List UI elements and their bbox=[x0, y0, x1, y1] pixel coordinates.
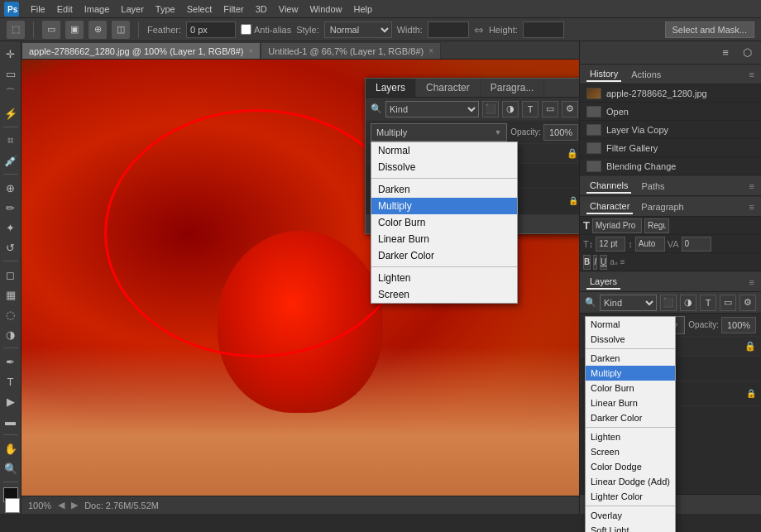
channels-tab[interactable]: Channels bbox=[586, 179, 631, 194]
eyedropper[interactable]: 💉 bbox=[2, 151, 20, 170]
filter-kind-select[interactable]: Kind Name Effect bbox=[385, 101, 479, 117]
width-input[interactable] bbox=[428, 22, 469, 38]
history-item-3[interactable]: Filter Gallery bbox=[580, 139, 761, 157]
history-item-0[interactable]: apple-2788662_1280.jpg bbox=[580, 84, 761, 103]
status-right-arrow[interactable]: ▶ bbox=[71, 500, 78, 510]
anti-alias-checkbox[interactable] bbox=[241, 24, 251, 35]
menu-help[interactable]: Help bbox=[348, 2, 379, 16]
blend-option-darkercolor[interactable]: Darker Color bbox=[371, 247, 517, 264]
underline-button[interactable]: U bbox=[600, 255, 607, 270]
rbd-overlay[interactable]: Overlay bbox=[586, 508, 675, 523]
right-opacity-input[interactable] bbox=[721, 317, 756, 333]
right-filter-select[interactable]: Kind bbox=[600, 295, 657, 311]
right-filter-shape[interactable]: ▭ bbox=[720, 295, 736, 311]
blend-option-darken[interactable]: Darken bbox=[371, 181, 517, 198]
rbd-lighten[interactable]: Lighten bbox=[586, 429, 675, 444]
lasso-tool[interactable]: ⌒ bbox=[2, 84, 20, 103]
blend-option-colorburn[interactable]: Color Burn bbox=[371, 214, 517, 231]
history-brush[interactable]: ↺ bbox=[2, 238, 20, 256]
blend-option-screen[interactable]: Screen bbox=[371, 286, 517, 303]
right-filter-adj[interactable]: ◑ bbox=[680, 295, 696, 311]
italic-button[interactable]: I bbox=[593, 255, 597, 270]
right-filter-type[interactable]: T bbox=[700, 295, 716, 311]
opacity-input[interactable] bbox=[543, 124, 578, 141]
select-mask-button[interactable]: Select and Mask... bbox=[665, 22, 755, 38]
leading-input[interactable] bbox=[635, 237, 665, 252]
rbd-normal[interactable]: Normal bbox=[586, 317, 675, 332]
filter-type-btn[interactable]: T bbox=[522, 101, 538, 117]
crop-tool[interactable]: ⌗ bbox=[2, 132, 20, 150]
filter-smart-btn[interactable]: ⚙ bbox=[562, 101, 578, 117]
shape-tool[interactable]: ▬ bbox=[2, 412, 20, 430]
tab-1-close[interactable]: × bbox=[248, 46, 253, 55]
move-tool[interactable]: ✛ bbox=[2, 45, 20, 63]
clone-stamp[interactable]: ✦ bbox=[2, 218, 20, 237]
menu-3d[interactable]: 3D bbox=[250, 2, 273, 16]
zoom-tool[interactable]: 🔍 bbox=[2, 459, 20, 477]
menu-layer[interactable]: Layer bbox=[115, 2, 150, 16]
height-input[interactable] bbox=[523, 22, 564, 38]
channels-icon[interactable]: ≡ bbox=[716, 44, 735, 62]
menu-window[interactable]: Window bbox=[304, 2, 347, 16]
char-menu[interactable]: ≡ bbox=[749, 202, 754, 212]
right-layers-menu[interactable]: ≡ bbox=[749, 277, 754, 287]
filter-adjust-btn[interactable]: ◑ bbox=[502, 101, 519, 117]
blend-mode-selector[interactable]: Multiply ▼ bbox=[371, 123, 507, 141]
blend-option-lighten[interactable]: Lighten bbox=[371, 270, 517, 286]
blend-option-dissolve[interactable]: Dissolve bbox=[371, 159, 517, 175]
rbd-darken[interactable]: Darken bbox=[586, 351, 675, 366]
history-item-4[interactable]: Blending Change bbox=[580, 157, 761, 175]
font-style-input[interactable] bbox=[644, 218, 669, 233]
paragraph-tab[interactable]: Paragraph bbox=[638, 200, 687, 213]
history-item-1[interactable]: Open bbox=[580, 103, 761, 121]
rbd-darkercolor[interactable]: Darker Color bbox=[586, 410, 675, 425]
background-color[interactable] bbox=[5, 498, 20, 513]
right-filter-px[interactable]: ⬛ bbox=[660, 295, 677, 311]
rbd-lineardodge[interactable]: Linear Dodge (Add) bbox=[586, 474, 675, 489]
paths-panel-tab[interactable]: Paths bbox=[638, 180, 668, 193]
magic-wand[interactable]: ⚡ bbox=[2, 104, 20, 122]
menu-file[interactable]: File bbox=[25, 2, 51, 16]
font-size-input[interactable] bbox=[596, 237, 625, 252]
feather-input[interactable] bbox=[186, 22, 236, 38]
floating-tab-character[interactable]: Character bbox=[416, 79, 481, 97]
status-left-arrow[interactable]: ◀ bbox=[58, 500, 65, 510]
dodge-tool[interactable]: ◑ bbox=[2, 325, 20, 343]
history-tab[interactable]: History bbox=[586, 67, 621, 82]
pen-tool[interactable]: ✒ bbox=[2, 352, 20, 371]
rectangle-select[interactable]: ▭ bbox=[2, 65, 20, 83]
rbd-screen[interactable]: Screen bbox=[586, 444, 675, 459]
hand-tool[interactable]: ✋ bbox=[2, 439, 20, 458]
menu-edit[interactable]: Edit bbox=[51, 2, 79, 16]
eraser-tool[interactable]: ◻ bbox=[2, 266, 20, 284]
brush-tool[interactable]: ✏ bbox=[2, 199, 20, 217]
rbd-multiply[interactable]: Multiply bbox=[586, 366, 675, 381]
channels-menu[interactable]: ≡ bbox=[749, 181, 754, 191]
blend-option-linearburn[interactable]: Linear Burn bbox=[371, 231, 517, 247]
rbd-dissolve[interactable]: Dissolve bbox=[586, 332, 675, 347]
history-item-2[interactable]: Layer Via Copy bbox=[580, 121, 761, 139]
rbd-softlight[interactable]: Soft Light bbox=[586, 523, 675, 533]
menu-view[interactable]: View bbox=[273, 2, 304, 16]
tracking-input[interactable] bbox=[682, 237, 711, 252]
tab-2-close[interactable]: × bbox=[428, 46, 433, 55]
filter-pixel-btn[interactable]: ⬛ bbox=[482, 101, 499, 117]
paths-icon[interactable]: ⬡ bbox=[738, 44, 756, 62]
floating-tab-paragraph[interactable]: Paragra... bbox=[481, 79, 545, 97]
menu-type[interactable]: Type bbox=[150, 2, 181, 16]
menu-image[interactable]: Image bbox=[79, 2, 116, 16]
menu-filter[interactable]: Filter bbox=[218, 2, 249, 16]
blend-option-normal[interactable]: Normal bbox=[371, 142, 517, 159]
panel-menu-icon[interactable]: ≡ bbox=[749, 69, 754, 79]
tab-2[interactable]: Untitled-1 @ 66,7% (Layer 1, RGB/8#) × bbox=[261, 42, 441, 59]
font-family-input[interactable] bbox=[592, 218, 642, 233]
healing-brush[interactable]: ⊕ bbox=[2, 179, 20, 197]
path-select[interactable]: ▶ bbox=[2, 392, 20, 410]
bold-button[interactable]: B bbox=[583, 255, 591, 270]
type-tool[interactable]: T bbox=[2, 372, 20, 391]
blend-option-multiply[interactable]: Multiply bbox=[371, 198, 517, 214]
style-select[interactable]: NormalFixed RatioFixed Size bbox=[324, 22, 392, 38]
right-layers-tab[interactable]: Layers bbox=[586, 275, 620, 290]
tab-1[interactable]: apple-2788662_1280.jpg @ 100% (Layer 1, … bbox=[22, 42, 261, 59]
right-filter-smart[interactable]: ⚙ bbox=[739, 295, 756, 311]
